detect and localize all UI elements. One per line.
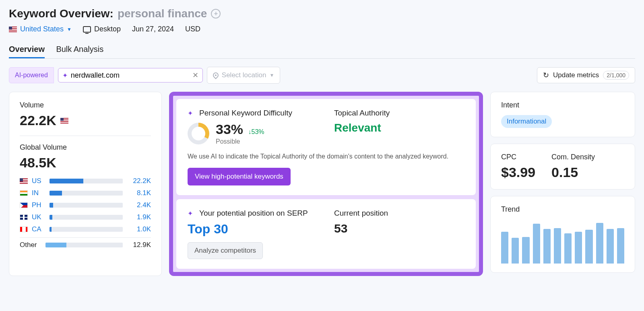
update-count: 2/1,000 [603, 71, 629, 80]
country-bar [50, 179, 83, 183]
ca-flag-icon [20, 227, 28, 232]
us-flag-icon [20, 178, 28, 184]
domain-input-wrapper[interactable]: ✦ ✕ [58, 68, 203, 82]
chevron-down-icon: ▼ [269, 72, 274, 78]
refresh-icon: ↻ [543, 71, 549, 80]
country-volume: 1.9K [127, 213, 151, 221]
tab-overview[interactable]: Overview [9, 41, 45, 58]
trend-bar [585, 230, 592, 264]
device-selector[interactable]: Desktop [83, 25, 121, 33]
clear-input-button[interactable]: ✕ [192, 71, 198, 80]
country-code: IN [32, 189, 45, 197]
country-bar [50, 227, 52, 232]
current-position-label: Current position [334, 209, 388, 218]
sparkle-icon: ✦ [188, 109, 193, 117]
country-bar [50, 203, 53, 208]
country-code: UK [32, 213, 45, 221]
trend-bar [543, 229, 551, 264]
location-pin-icon [212, 71, 220, 79]
us-flag-icon [60, 118, 68, 124]
global-volume-value: 48.5K [20, 155, 151, 171]
difficulty-donut-icon [188, 123, 209, 144]
country-row[interactable]: PH2.4K [20, 201, 151, 209]
keyword-value: personal finance [118, 7, 207, 20]
difficulty-card: ✦ Personal Keyword Difficulty 33% ↓53% P… [176, 99, 476, 195]
sparkle-icon: ✦ [62, 72, 68, 79]
cpc-label: CPC [501, 153, 535, 161]
country-selector[interactable]: United States ▼ [9, 25, 72, 33]
country-bar [50, 191, 62, 196]
trend-bar [533, 224, 540, 264]
trend-bar [522, 237, 529, 264]
country-row[interactable]: IN8.1K [20, 189, 151, 197]
domain-input[interactable] [71, 71, 192, 80]
other-value: 12.9K [127, 241, 151, 249]
update-metrics-button[interactable]: ↻ Update metrics 2/1,000 [537, 67, 635, 83]
trend-bar [554, 228, 561, 264]
density-label: Com. Density [551, 153, 595, 161]
highlighted-panel: ✦ Personal Keyword Difficulty 33% ↓53% P… [169, 92, 483, 276]
country-label: United States [20, 25, 64, 33]
location-selector[interactable]: Select location ▼ [207, 67, 280, 84]
date-label: Jun 27, 2024 [132, 25, 174, 33]
view-keywords-button[interactable]: View high-potential keywords [188, 168, 291, 185]
currency-label: USD [185, 25, 200, 33]
global-volume-label: Global Volume [20, 143, 151, 152]
device-label: Desktop [94, 25, 121, 33]
trend-card: Trend [490, 196, 635, 273]
country-volume: 2.4K [127, 201, 151, 209]
country-code: CA [32, 225, 45, 233]
country-code: PH [32, 201, 45, 209]
authority-value: Relevant [334, 122, 464, 134]
ai-description: We use AI to indicate the Topical Author… [188, 152, 464, 161]
subheader: United States ▼ Desktop Jun 27, 2024 USD [9, 25, 635, 33]
volume-value: 22.2K [20, 113, 56, 128]
ph-flag-icon [20, 202, 28, 208]
authority-label: Topical Authority [334, 109, 390, 117]
trend-bar [617, 228, 624, 264]
location-placeholder: Select location [222, 71, 266, 79]
country-bar [50, 215, 52, 220]
trend-bar [512, 238, 519, 264]
page-title: Keyword Overview: [9, 7, 114, 20]
analyze-competitors-button[interactable]: Analyze competitors [188, 242, 263, 259]
trend-bar [575, 232, 582, 264]
difficulty-label: Personal Keyword Difficulty [199, 109, 292, 117]
country-row[interactable]: CA1.0K [20, 225, 151, 233]
trend-bar [501, 232, 508, 264]
intent-label: Intent [501, 101, 624, 109]
country-row[interactable]: US22.2K [20, 177, 151, 185]
difficulty-percent: 33% [216, 122, 243, 137]
intent-value[interactable]: Informational [501, 115, 552, 128]
chevron-down-icon: ▼ [67, 27, 72, 32]
uk-flag-icon [20, 214, 28, 220]
page-header: Keyword Overview: personal finance + [9, 7, 635, 20]
other-row: Other 12.9K [20, 241, 151, 249]
other-bar [45, 243, 66, 247]
sparkle-icon: ✦ [188, 210, 193, 217]
trend-bar [607, 229, 614, 264]
volume-label: Volume [20, 101, 151, 109]
difficulty-sublabel: Possible [216, 138, 264, 145]
in-flag-icon [20, 190, 28, 196]
country-volume: 22.2K [127, 177, 151, 185]
monitor-icon [83, 26, 91, 33]
update-label: Update metrics [553, 71, 599, 79]
us-flag-icon [9, 27, 17, 32]
trend-chart [501, 219, 624, 264]
add-keyword-button[interactable]: + [211, 9, 221, 19]
controls-row: AI-powered ✦ ✕ Select location ▼ ↻ Updat… [9, 67, 635, 84]
cpc-value: $3.99 [501, 165, 535, 180]
country-volume: 1.0K [127, 225, 151, 233]
country-row[interactable]: UK1.9K [20, 213, 151, 221]
tab-bulk-analysis[interactable]: Bulk Analysis [56, 41, 103, 57]
density-value: 0.15 [551, 165, 595, 180]
potential-position-label: Your potential position on SERP [199, 209, 308, 218]
cpc-card: CPC $3.99 Com. Density 0.15 [490, 144, 635, 189]
trend-label: Trend [501, 205, 624, 214]
trend-bar [596, 223, 603, 264]
intent-card: Intent Informational [490, 92, 635, 137]
volume-card: Volume 22.2K Global Volume 48.5K US22.2K… [9, 92, 162, 276]
serp-position-card: ✦ Your potential position on SERP Top 30… [176, 199, 476, 269]
difficulty-change: ↓53% [248, 128, 264, 135]
